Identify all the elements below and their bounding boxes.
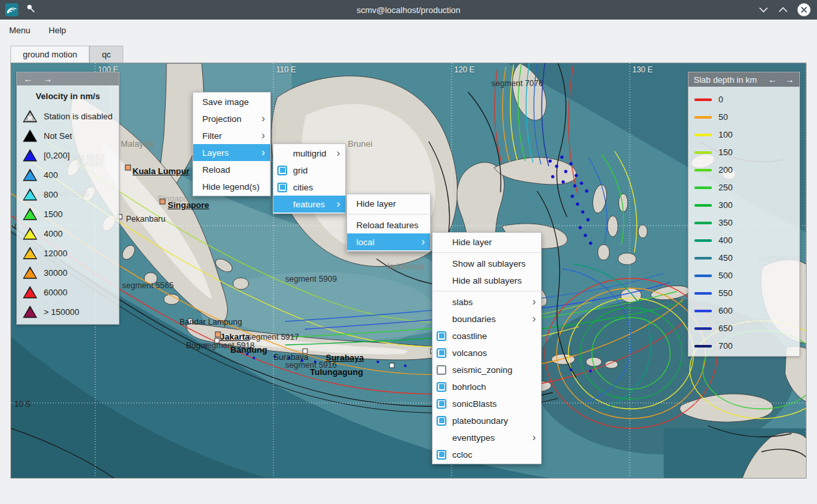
menu-item-ccloc[interactable]: ccloc bbox=[433, 446, 541, 463]
legend-item: 400 bbox=[688, 231, 799, 249]
tab-qc[interactable]: qc bbox=[89, 46, 123, 63]
context-menu-layers: multigrid› grid cities features› bbox=[273, 143, 346, 214]
line-swatch-icon bbox=[694, 134, 712, 136]
legend-item: 1500 bbox=[17, 204, 119, 224]
line-swatch-icon bbox=[694, 327, 712, 330]
cities-checkbox[interactable] bbox=[277, 183, 287, 192]
menubar-item-help[interactable]: Help bbox=[40, 23, 76, 38]
menu-item-sonicblasts[interactable]: sonicBlasts bbox=[433, 395, 541, 412]
window-title: scmv@localhost/production bbox=[0, 5, 817, 15]
menu-item-volcanos[interactable]: volcanos bbox=[433, 344, 541, 361]
legend-item: 700 bbox=[688, 337, 799, 355]
triangle-swatch-icon bbox=[23, 267, 37, 279]
triangle-swatch-icon bbox=[23, 247, 37, 259]
context-menu-main: Save image Projection› Filter› Layers› R… bbox=[193, 92, 271, 196]
legend-prev-arrow-icon[interactable]: ← bbox=[768, 74, 777, 85]
menu-item-bohrloch[interactable]: bohrloch bbox=[433, 378, 541, 395]
tab-ground-motion[interactable]: ground motion bbox=[10, 46, 89, 63]
legend-next-arrow-icon[interactable]: → bbox=[43, 74, 52, 84]
legend-item: 150 bbox=[688, 143, 799, 161]
menu-item-plateboundary[interactable]: plateboundary bbox=[433, 412, 541, 429]
menu-item-cities[interactable]: cities bbox=[273, 179, 345, 196]
legend-item: 600 bbox=[688, 302, 799, 319]
seismic-zoning-checkbox[interactable] bbox=[437, 365, 446, 375]
chevron-right-icon: › bbox=[532, 297, 536, 307]
menu-item-slabs[interactable]: slabs› bbox=[433, 293, 541, 310]
chevron-right-icon: › bbox=[532, 314, 536, 324]
chevron-right-icon: › bbox=[262, 113, 265, 124]
chevron-right-icon: › bbox=[337, 148, 340, 158]
line-swatch-icon bbox=[694, 292, 712, 295]
legend-item: 500 bbox=[688, 267, 799, 284]
chevron-right-icon: › bbox=[262, 130, 265, 141]
menu-item-grid[interactable]: grid bbox=[273, 162, 345, 179]
legend-item: 12000 bbox=[17, 243, 119, 263]
legend-item: Station is disabled bbox=[17, 106, 119, 126]
menu-item-coastline[interactable]: coastline bbox=[433, 327, 541, 344]
menu-item-layers[interactable]: Layers› bbox=[193, 144, 270, 161]
map-canvas[interactable]: 100 E 110 E 120 E 130 E 0 10 S Malaysia … bbox=[10, 63, 807, 479]
menu-item-reload-features[interactable]: Reload features bbox=[347, 216, 430, 233]
volcanos-checkbox[interactable] bbox=[437, 348, 446, 358]
legend-prev-arrow-icon[interactable]: ← bbox=[23, 74, 33, 84]
ccloc-checkbox[interactable] bbox=[437, 450, 446, 460]
menu-item-seismic-zoning[interactable]: seismic_zoning bbox=[433, 361, 541, 378]
menu-item-show-all-sublayers[interactable]: Show all sublayers bbox=[433, 255, 541, 272]
menu-item-hide-legends[interactable]: Hide legend(s) bbox=[193, 178, 270, 195]
menu-item-hide-all-sublayers[interactable]: Hide all sublayers bbox=[433, 272, 541, 289]
menu-separator bbox=[433, 252, 540, 253]
slab-legend-header: Slab depth in km ← → bbox=[688, 72, 799, 87]
line-swatch-icon bbox=[694, 222, 712, 224]
menu-item-hide-layer[interactable]: Hide layer bbox=[433, 233, 541, 250]
legend-item: 4000 bbox=[17, 224, 119, 243]
legend-item: 0 bbox=[688, 91, 799, 108]
menubar-item-menu[interactable]: Menu bbox=[0, 23, 40, 38]
legend-item: 550 bbox=[688, 284, 799, 302]
station-disabled-triangle-icon bbox=[23, 110, 37, 123]
coastline-checkbox[interactable] bbox=[437, 331, 446, 341]
legend-item: 250 bbox=[688, 179, 799, 196]
menu-item-filter[interactable]: Filter› bbox=[193, 127, 270, 144]
maximize-button[interactable] bbox=[778, 5, 788, 15]
legend-next-arrow-icon[interactable]: → bbox=[785, 74, 794, 85]
menu-item-eventtypes[interactable]: eventtypes› bbox=[433, 429, 541, 446]
velocity-legend: ← → Velocity in nm/s Station is disabled… bbox=[16, 72, 119, 325]
plateboundary-checkbox[interactable] bbox=[437, 416, 446, 426]
close-button[interactable] bbox=[797, 3, 810, 16]
context-menu-local: Hide layer Show all sublayers Hide all s… bbox=[432, 232, 542, 464]
line-swatch-icon bbox=[694, 257, 712, 259]
triangle-swatch-icon bbox=[23, 228, 37, 240]
sonicblasts-checkbox[interactable] bbox=[437, 399, 446, 409]
line-swatch-icon bbox=[694, 310, 712, 312]
menu-item-hide-layer[interactable]: Hide layer bbox=[347, 195, 430, 212]
menu-separator bbox=[433, 291, 540, 291]
menu-item-multigrid[interactable]: multigrid› bbox=[273, 145, 345, 162]
line-swatch-icon bbox=[694, 239, 712, 242]
menubar: Menu Help bbox=[0, 20, 817, 40]
menu-item-boundaries[interactable]: boundaries› bbox=[433, 310, 541, 327]
menu-item-features[interactable]: features› bbox=[273, 196, 345, 213]
context-menu-features: Hide layer Reload features local› bbox=[347, 194, 431, 252]
legend-item: 300 bbox=[688, 196, 799, 214]
velocity-legend-header: ← → bbox=[17, 72, 119, 85]
triangle-swatch-icon bbox=[23, 169, 37, 181]
triangle-swatch-icon bbox=[23, 208, 37, 220]
triangle-swatch-icon bbox=[23, 149, 37, 162]
menu-item-save-image[interactable]: Save image bbox=[193, 93, 270, 110]
triangle-swatch-icon bbox=[23, 286, 37, 299]
tabbar: ground motion qc bbox=[10, 46, 123, 63]
grid-checkbox[interactable] bbox=[277, 166, 287, 175]
line-swatch-icon bbox=[694, 169, 712, 171]
line-swatch-icon bbox=[694, 274, 712, 277]
minimize-button[interactable] bbox=[758, 5, 769, 15]
menu-item-local[interactable]: local› bbox=[347, 233, 430, 250]
legend-item: > 150000 bbox=[17, 302, 119, 321]
menu-item-reload[interactable]: Reload bbox=[193, 161, 270, 178]
menu-item-projection[interactable]: Projection› bbox=[193, 110, 270, 127]
legend-item: 350 bbox=[688, 214, 799, 231]
line-swatch-icon bbox=[694, 151, 712, 154]
line-swatch-icon bbox=[694, 186, 712, 189]
pin-icon[interactable] bbox=[26, 4, 36, 16]
legend-item: 800 bbox=[17, 185, 119, 204]
bohrloch-checkbox[interactable] bbox=[437, 382, 446, 392]
